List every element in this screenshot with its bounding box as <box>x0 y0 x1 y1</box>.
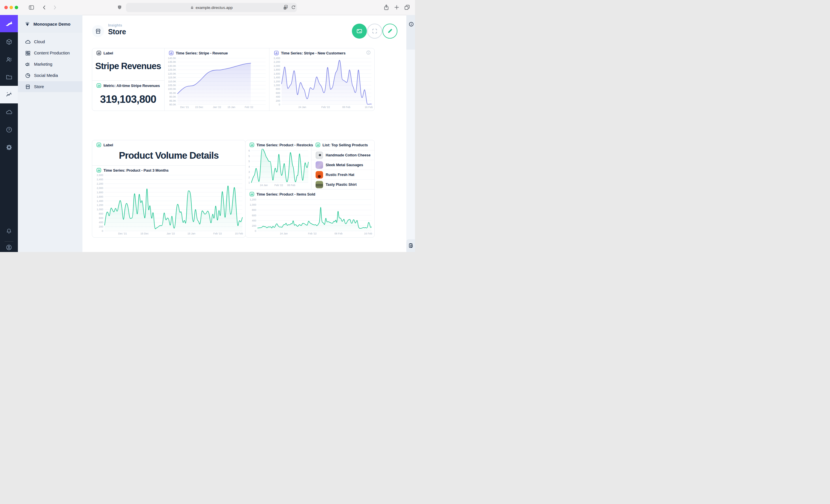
svg-text:16 Feb: 16 Feb <box>364 232 372 235</box>
panel-chart-icon <box>316 142 320 147</box>
reload-icon[interactable] <box>290 5 296 10</box>
forward-icon[interactable] <box>52 4 58 11</box>
sidebar-item-cloud[interactable]: Cloud <box>18 36 83 47</box>
svg-text:6: 6 <box>248 149 250 152</box>
list-item[interactable]: Tasty Plastic Shirt <box>316 180 372 188</box>
new-tab-icon[interactable] <box>393 4 400 11</box>
panel-header-revenue: Time Series: Stripe - Revenue <box>169 51 228 56</box>
panel-title: Metric: All-time Stripe Revenues <box>103 83 160 88</box>
svg-text:100.0K: 100.0K <box>168 88 176 91</box>
sidebar-item-label: Content Production <box>34 51 70 55</box>
breadcrumb[interactable]: Insights <box>108 23 122 27</box>
panel-divider <box>92 80 164 81</box>
svg-text:1,000: 1,000 <box>274 84 280 87</box>
svg-text:80.0K: 80.0K <box>169 103 176 106</box>
share-icon[interactable] <box>383 4 390 11</box>
app-logo[interactable] <box>0 15 18 32</box>
panel-chart-icon <box>97 168 101 172</box>
svg-text:800: 800 <box>252 208 256 211</box>
svg-text:2,600: 2,600 <box>97 174 103 176</box>
svg-text:105.0K: 105.0K <box>168 84 176 87</box>
url-bar[interactable]: example.directus.app <box>126 3 297 12</box>
panel-header-label-stripe: Label <box>97 51 113 56</box>
shield-icon[interactable] <box>117 4 123 11</box>
module-files-button[interactable] <box>0 68 18 86</box>
list-item[interactable]: Sleek Metal Sausages <box>316 161 372 169</box>
product-name: Sleek Metal Sausages <box>326 163 363 167</box>
svg-text:800: 800 <box>99 212 103 215</box>
panel-header-top-selling: List: Top Selling Products <box>316 142 368 147</box>
sidebar-item-label: Social Media <box>34 73 58 78</box>
fullscreen-button[interactable] <box>367 24 382 39</box>
svg-text:95.0K: 95.0K <box>169 92 176 95</box>
present-icon <box>356 28 363 35</box>
metric-value: 319,103,800 <box>92 91 164 108</box>
panel-title: List: Top Selling Products <box>322 143 368 147</box>
module-users-button[interactable] <box>0 51 18 68</box>
page-icon <box>92 25 104 37</box>
svg-text:1,000: 1,000 <box>250 203 256 206</box>
activity-log-icon[interactable] <box>408 242 414 248</box>
chart-stripe-revenue[interactable]: 140.0K135.0K130.0K125.0K120.0K115.0K110.… <box>166 57 267 109</box>
notifications-button[interactable] <box>0 222 18 240</box>
module-settings-button[interactable] <box>0 138 18 156</box>
panel-title: Label <box>103 51 113 55</box>
chart-product-past-3-months[interactable]: 2,6002,4002,2002,0001,8001,6001,4001,200… <box>94 173 244 236</box>
traffic-minimize-button[interactable] <box>9 6 13 9</box>
info-sidebar-icon[interactable] <box>408 21 414 27</box>
svg-text:1,000: 1,000 <box>97 208 103 211</box>
sidebar-item-social-media[interactable]: Social Media <box>18 70 83 81</box>
box-icon <box>5 38 13 45</box>
module-help-button[interactable]: ? <box>0 121 18 138</box>
panel-chart-icon <box>250 192 254 196</box>
grid-icon <box>25 50 31 56</box>
panel-chart-icon <box>97 142 101 147</box>
panel-header-new-customers: Time Series: Stripe - New Customers <box>274 51 346 56</box>
bell-icon <box>5 228 12 235</box>
translate-icon[interactable]: A文 <box>283 5 289 10</box>
svg-text:200: 200 <box>99 225 103 228</box>
label-product-volume: Product Volume Details <box>92 148 246 163</box>
module-cloud-button[interactable] <box>0 103 18 121</box>
back-icon[interactable] <box>41 4 47 11</box>
svg-text:Feb '22: Feb '22 <box>321 106 330 108</box>
label-stripe-revenues: Stripe Revenues <box>92 59 164 74</box>
tab-overview-icon[interactable] <box>404 4 410 11</box>
list-divider <box>312 150 374 150</box>
chart-product-restocks[interactable]: 655432124 JanFeb '2208 Feb <box>247 149 310 187</box>
svg-text:110.0K: 110.0K <box>168 80 176 83</box>
svg-text:2,200: 2,200 <box>97 182 103 185</box>
svg-text:0: 0 <box>255 230 256 232</box>
traffic-zoom-button[interactable] <box>15 6 18 9</box>
svg-text:Dec '21: Dec '21 <box>118 232 127 235</box>
sidebar-item-content-production[interactable]: Content Production <box>18 47 83 59</box>
list-divider <box>312 179 374 180</box>
sidebar-item-store[interactable]: Store <box>18 81 83 92</box>
chart-stripe-new-customers[interactable]: 2,4002,2002,0001,8001,6001,4001,2001,000… <box>271 57 373 109</box>
panel-divider <box>246 189 374 190</box>
svg-text:2,000: 2,000 <box>97 187 103 190</box>
svg-text:15 Jan: 15 Jan <box>227 106 235 108</box>
panel-header-label-product: Label <box>97 142 113 147</box>
panel-divider <box>311 140 312 189</box>
list-item[interactable]: Rustic Fresh Hat <box>316 171 372 178</box>
svg-text:1,400: 1,400 <box>274 76 280 79</box>
module-content-button[interactable] <box>0 33 18 51</box>
project-switcher[interactable]: Monospace Demo <box>18 15 83 33</box>
sidebar-item-marketing[interactable]: Marketing <box>18 59 83 70</box>
svg-text:600: 600 <box>276 92 280 95</box>
present-button[interactable] <box>352 24 367 39</box>
panel-info-icon[interactable] <box>366 50 371 55</box>
module-insights-button[interactable] <box>0 86 18 103</box>
sidebar-toggle-icon[interactable] <box>28 4 35 11</box>
svg-text:130.0K: 130.0K <box>168 65 176 67</box>
traffic-close-button[interactable] <box>4 6 8 9</box>
edit-button[interactable] <box>382 24 397 39</box>
user-avatar-button[interactable] <box>0 242 18 252</box>
list-item[interactable]: Handmade Cotton Cheese <box>316 151 372 159</box>
people-icon <box>5 56 13 63</box>
chart-product-items-sold[interactable]: 1,2001,000800600400200024 JanFeb '2208 F… <box>247 198 373 236</box>
product-name: Rustic Fresh Hat <box>326 173 354 177</box>
panel-header-items-sold: Time Series: Product - Items Sold <box>250 192 315 197</box>
svg-text:08 Feb: 08 Feb <box>287 184 295 187</box>
